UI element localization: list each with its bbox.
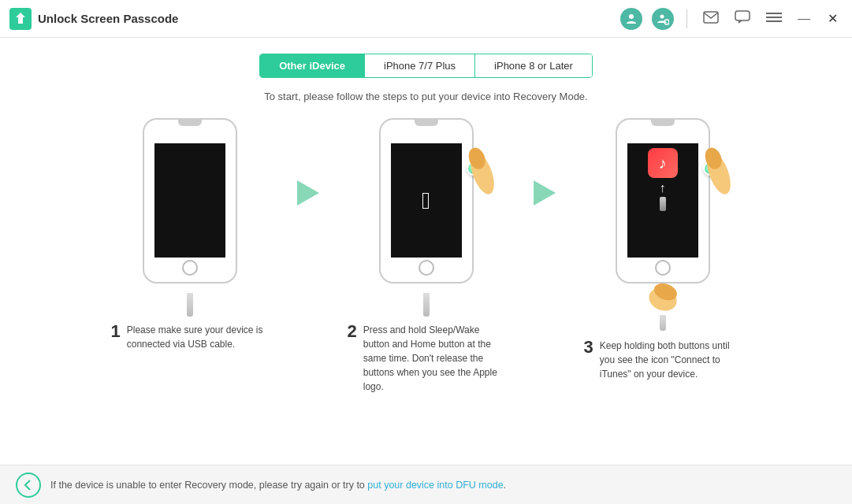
connect-arrow-icon: ↑ (660, 181, 666, 195)
step-2-desc: 2 Press and hold Sleep/Wake button and H… (348, 323, 505, 394)
phone-illustration-1 (143, 118, 237, 291)
divider (686, 9, 687, 28)
phone-illustration-2:  (379, 118, 474, 291)
arrow-2 (521, 118, 568, 291)
bottom-bar: If the device is unable to enter Recover… (0, 465, 852, 504)
bottom-message: If the device is unable to enter Recover… (50, 480, 506, 491)
svg-point-2 (660, 14, 664, 18)
step-2:  2 Press and hold Sleep/Wake button and… (332, 118, 521, 394)
titlebar-icons: — ✕ (620, 8, 843, 30)
search-user-icon[interactable] (652, 8, 674, 30)
arrow-1 (285, 118, 332, 291)
mail-icon[interactable] (700, 9, 722, 28)
svg-rect-6 (735, 11, 750, 20)
usb-cable-1 (187, 293, 193, 317)
close-icon[interactable]: ✕ (823, 9, 843, 28)
svg-point-1 (629, 14, 634, 19)
usb-cable-2 (423, 293, 430, 317)
cable-plug-icon (660, 197, 666, 211)
step-1: 1 Please make sure your device is connec… (95, 118, 285, 351)
subtitle-text: To start, please follow the steps to put… (264, 91, 587, 102)
user-icon[interactable] (620, 8, 642, 30)
tab-other-idevice[interactable]: Other iDevice (260, 54, 364, 77)
back-button[interactable] (16, 472, 41, 498)
svg-rect-5 (704, 12, 718, 23)
titlebar: Unlock Screen Passcode (0, 0, 852, 38)
chat-icon[interactable] (731, 9, 753, 29)
tab-bar: Other iDevice iPhone 7/7 Plus iPhone 8 o… (259, 54, 593, 78)
window-title: Unlock Screen Passcode (38, 12, 620, 25)
svg-line-4 (669, 24, 670, 25)
finger-side-icon (697, 142, 740, 205)
finger-press-icon (460, 142, 504, 205)
step-3: ♪ ↑ (568, 118, 757, 381)
app-logo-icon (9, 8, 32, 30)
itunes-icon: ♪ (648, 148, 678, 178)
minimize-icon[interactable]: — (794, 10, 813, 28)
tab-iphone7[interactable]: iPhone 7/7 Plus (364, 54, 474, 77)
apple-logo-icon:  (422, 187, 430, 214)
main-content: Other iDevice iPhone 7/7 Plus iPhone 8 o… (0, 38, 852, 465)
phone-illustration-3: ♪ ↑ (616, 118, 710, 291)
step-1-desc: 1 Please make sure your device is connec… (111, 323, 269, 351)
dfu-mode-link[interactable]: put your device into DFU mode (367, 480, 503, 491)
steps-container: 1 Please make sure your device is connec… (48, 118, 805, 394)
menu-icon[interactable] (763, 10, 785, 28)
finger-bottom-icon (643, 284, 683, 323)
tab-iphone8[interactable]: iPhone 8 or Later (474, 54, 592, 77)
step-3-desc: 3 Keep holding both buttons until you se… (584, 339, 742, 381)
